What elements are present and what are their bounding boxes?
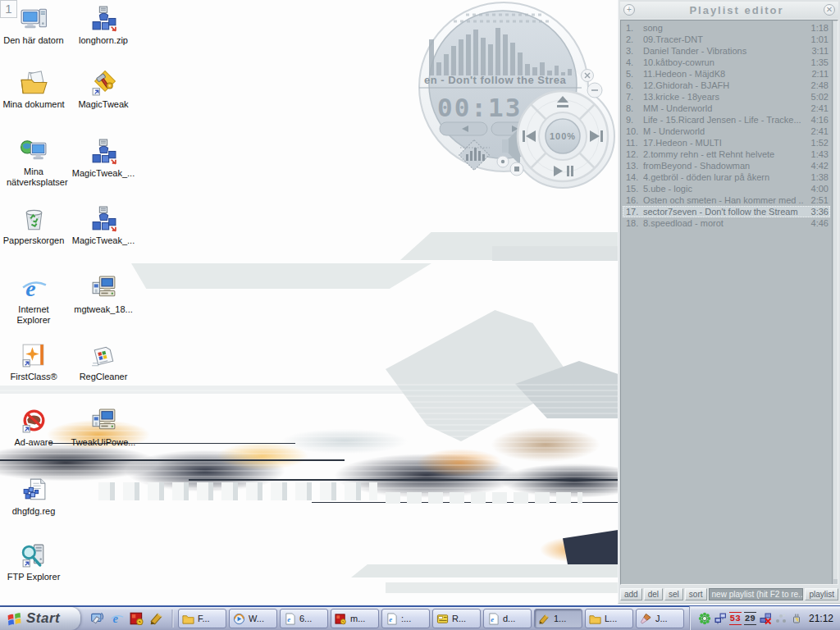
playlist-name-field[interactable]: new playlist (hit F2 to re...: [709, 588, 804, 600]
track-duration: 2:41: [804, 126, 830, 137]
network-computers-icon[interactable]: [714, 612, 727, 625]
wallpaper-shape: [131, 263, 431, 289]
playlist-track[interactable]: 9.Life - 15.Ricard Jensen - Life - Track…: [623, 114, 830, 126]
desktop-icon-regcleaner[interactable]: RegCleaner: [64, 341, 143, 382]
close-icon[interactable]: [582, 70, 594, 82]
temperature-53-icon[interactable]: 53: [729, 612, 742, 625]
desktop-icon-longhorn-zip[interactable]: longhorn.zip: [64, 5, 143, 46]
installer-pc-icon: [89, 407, 118, 436]
playlist-scrollbar[interactable]: [832, 21, 838, 584]
desktop-icon-magictweak-2[interactable]: MagicTweak_...: [64, 138, 143, 179]
show-desktop-icon[interactable]: [90, 611, 105, 626]
internet-explorer-icon: e: [20, 274, 48, 303]
desktop-corner-button[interactable]: 1: [0, 0, 17, 18]
minimize-icon[interactable]: [587, 83, 602, 98]
track-title: Daniel Tander - Vibrations: [643, 45, 804, 57]
playlist-track[interactable]: 15.5.ube - logic4:00: [623, 183, 830, 194]
icon-label: Papperskorgen: [3, 235, 65, 246]
taskbar-button[interactable]: L...: [585, 609, 633, 628]
taskbar-button[interactable]: F...: [178, 609, 226, 628]
track-number: 13.: [623, 160, 643, 171]
playlist-track[interactable]: 2.09.Tracer-DNT1:01: [623, 34, 830, 45]
playlist-track[interactable]: 13.fromBeyond - Shadowman4:42: [623, 160, 830, 171]
playlist-track[interactable]: 3.Daniel Tander - Vibrations3:11: [623, 45, 830, 57]
taskbar-button[interactable]: e:...: [381, 609, 430, 628]
close-icon[interactable]: ✕: [824, 4, 835, 16]
start-button[interactable]: Start: [0, 607, 80, 630]
icon-label: Mina dokument: [2, 99, 64, 110]
select-button[interactable]: sel: [664, 588, 683, 600]
red-media-app-icon[interactable]: [130, 611, 144, 626]
desktop-icon-mgtweak-installer[interactable]: mgtweak_18...: [64, 274, 143, 315]
desktop-icon-magictweak[interactable]: MagicTweak: [64, 69, 143, 110]
track-duration: 1:01: [804, 34, 830, 45]
internet-explorer-icon[interactable]: e: [110, 611, 125, 626]
playlist-track[interactable]: 10.M - Underworld2:41: [623, 126, 830, 137]
gold-pen-app-icon[interactable]: [149, 611, 164, 626]
taskbar-clock: 21:12: [809, 613, 833, 624]
track-title: MM - Underworld: [643, 103, 804, 114]
taskbar-button[interactable]: J...: [636, 609, 684, 628]
playlist-track[interactable]: 8.MM - Underworld2:41: [623, 103, 830, 114]
taskbar-button-label: 6...: [299, 614, 312, 623]
taskbar-button[interactable]: ed...: [483, 609, 532, 628]
desktop-icon-recycle-bin[interactable]: Papperskorgen: [0, 205, 73, 246]
icq-flower-icon[interactable]: [698, 612, 711, 625]
playlist-track[interactable]: 5.11.Hedeon - MäjdK82:11: [623, 68, 830, 80]
temperature-29-icon[interactable]: 29: [744, 612, 756, 625]
track-duration: 4:00: [804, 183, 830, 194]
playlist-track[interactable]: 18.8.speedload - morot4:46: [623, 217, 830, 229]
playlist-titlebar[interactable]: + Playlist editor ✕: [620, 2, 838, 18]
track-duration: 3:11: [804, 45, 830, 57]
playlist-menu-button[interactable]: playlist: [805, 588, 838, 600]
magictweak-icon: [89, 69, 118, 98]
playlist-track[interactable]: 6.12.Ghidorah - BJAFH2:48: [623, 80, 830, 91]
playlist-track[interactable]: 14.4.getbröl - döden lurar på åkern1:38: [623, 171, 830, 183]
taskbar-button[interactable]: W...: [229, 609, 277, 628]
power-plug-icon[interactable]: [790, 612, 803, 625]
desktop-icon-tweakui-power[interactable]: TweakUiPowe...: [64, 407, 143, 448]
desktop-icon-internet-explorer[interactable]: e Internet Explorer: [0, 274, 73, 326]
molecule-dots-icon[interactable]: [774, 612, 788, 625]
desktop-icon-reg-file[interactable]: dhgfdg.reg: [0, 476, 73, 517]
taskbar-button[interactable]: R...: [432, 609, 481, 628]
scrollbar-thumb[interactable]: [833, 21, 838, 579]
playlist-track[interactable]: 16.Osten och smeten - Han kommer med ...…: [623, 194, 830, 206]
add-track-button[interactable]: add: [620, 588, 642, 600]
playlist-track[interactable]: 7.13.kricke - 18years5:02: [623, 91, 830, 103]
icon-label: dhgfdg.reg: [12, 506, 56, 517]
track-duration: 2:41: [804, 103, 830, 114]
track-duration: 1:35: [804, 57, 830, 68]
record-button[interactable]: [497, 156, 509, 167]
delete-track-button[interactable]: del: [644, 588, 663, 600]
stop-button[interactable]: [510, 162, 523, 176]
icon-label: Internet Explorer: [7, 304, 61, 326]
quick-launch-bar: e: [80, 611, 171, 626]
media-player[interactable]: en - Don't follow the Strea 00:13 100%: [413, 2, 618, 190]
playlist-track-list[interactable]: 1.song1:182.09.Tracer-DNT1:013.Daniel Ta…: [620, 20, 838, 585]
playlist-track-selected[interactable]: 17.sector7seven - Don't follow the Strea…: [623, 206, 830, 217]
add-window-button[interactable]: +: [623, 4, 635, 16]
desktop-icon-ad-aware[interactable]: Ad-aware: [0, 407, 73, 448]
track-number: 6.: [623, 80, 643, 91]
track-number: 17.: [623, 206, 643, 217]
desktop-icon-network-places[interactable]: Mina nätverksplatser: [0, 136, 73, 188]
taskbar-button-label: F...: [198, 614, 210, 623]
playlist-track[interactable]: 4.10.kåtboy-cowrun1:35: [623, 57, 830, 68]
desktop-icon-ftp-explorer[interactable]: FTP Explorer: [0, 541, 73, 582]
taskbar-button[interactable]: m...: [331, 609, 379, 628]
track-number: 2.: [623, 34, 643, 45]
playlist-track[interactable]: 1.song1:18: [623, 22, 830, 34]
seek-back-button[interactable]: [440, 122, 487, 135]
folder-documents-icon: [20, 69, 48, 98]
media-player-body: en - Don't follow the Strea 00:13 100%: [413, 2, 618, 190]
playlist-track[interactable]: 12.2.tommy rehn - ett Rehnt helvete1:43: [623, 148, 830, 160]
desktop-icon-firstclass[interactable]: FirstClass®: [0, 341, 73, 382]
taskbar-button[interactable]: 1...: [534, 609, 582, 628]
desktop-icon-magictweak-3[interactable]: MagicTweak_...: [64, 205, 143, 246]
taskbar-button[interactable]: e6...: [280, 609, 328, 628]
desktop-icon-my-documents[interactable]: Mina dokument: [0, 69, 73, 110]
playlist-track[interactable]: 11.17.Hedeon - MULTI1:52: [623, 137, 830, 148]
sort-button[interactable]: sort: [685, 588, 707, 600]
network-error-icon[interactable]: [759, 612, 772, 625]
